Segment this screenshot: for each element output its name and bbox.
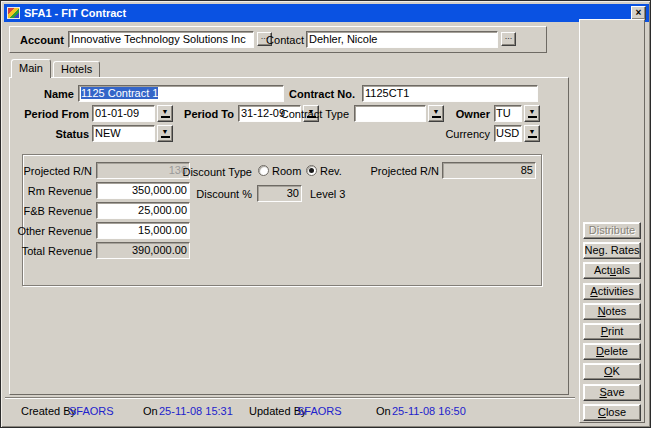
dropdown-icon: ▼ bbox=[528, 108, 537, 118]
name-label: Name bbox=[10, 88, 74, 101]
action-button-actuals[interactable]: Actuals bbox=[583, 262, 641, 279]
radio-room[interactable]: Room bbox=[258, 163, 301, 178]
updated-by-value: SFAORS bbox=[297, 405, 342, 418]
action-button-save[interactable]: Save bbox=[583, 384, 641, 401]
titlebar[interactable]: SFA1 - FIT Contract bbox=[4, 4, 649, 22]
close-icon: × bbox=[636, 7, 642, 18]
period-from-label: Period From bbox=[18, 108, 89, 121]
created-by-value: SFAORS bbox=[69, 405, 114, 418]
window-title: SFA1 - FIT Contract bbox=[24, 7, 126, 19]
created-on-label: On bbox=[143, 405, 158, 418]
currency-label: Currency bbox=[438, 128, 490, 141]
rm-revenue-label: Rm Revenue bbox=[16, 185, 92, 198]
total-revenue-field: 390,000.00 bbox=[96, 242, 190, 259]
dropdown-icon: ▼ bbox=[161, 128, 170, 138]
contact-input[interactable]: Dehler, Nicole bbox=[306, 31, 498, 48]
fb-revenue-label: F&B Revenue bbox=[16, 205, 92, 218]
action-button-ok[interactable]: OK bbox=[583, 363, 641, 380]
projected-rn2-label: Projected R/N bbox=[307, 165, 439, 178]
status-input[interactable]: NEW bbox=[92, 125, 155, 142]
contract-no-input[interactable]: 1125CT1 bbox=[362, 85, 538, 102]
currency-dropdown-button[interactable]: ▼ bbox=[524, 125, 540, 142]
contract-type-label: Contract Type bbox=[274, 108, 349, 121]
app-icon bbox=[7, 7, 20, 19]
account-label: Account bbox=[18, 34, 64, 47]
ellipsis-icon: ... bbox=[505, 31, 513, 41]
close-button[interactable]: × bbox=[631, 6, 646, 20]
fit-contract-window: SFA1 - FIT Contract × Account Innovative… bbox=[0, 0, 651, 428]
discount-pct-field: 30 bbox=[257, 185, 302, 202]
period-to-label: Period To bbox=[168, 108, 234, 121]
statusbar-divider bbox=[5, 397, 575, 399]
radio-room-label: Room bbox=[272, 165, 301, 177]
status-dropdown-button[interactable]: ▼ bbox=[157, 125, 173, 142]
updated-on-value: 25-11-08 16:50 bbox=[392, 405, 466, 418]
currency-input[interactable]: USD bbox=[494, 125, 522, 142]
other-revenue-label: Other Revenue bbox=[16, 225, 92, 238]
action-button-notes[interactable]: Notes bbox=[583, 303, 641, 320]
tab-main[interactable]: Main bbox=[11, 59, 51, 78]
other-revenue-input[interactable]: 15,000.00 bbox=[96, 222, 190, 239]
projected-rn-label: Projected R/N bbox=[16, 165, 92, 178]
level-label: Level 3 bbox=[310, 188, 370, 201]
discount-pct-label: Discount % bbox=[140, 188, 252, 201]
account-panel: Account Innovative Technology Solutions … bbox=[9, 26, 547, 53]
total-revenue-label: Total Revenue bbox=[16, 245, 92, 258]
action-button-neg-rates[interactable]: Neg. Rates bbox=[583, 242, 641, 259]
owner-label: Owner bbox=[438, 108, 490, 121]
projected-rn2-field: 85 bbox=[442, 162, 536, 179]
tab-content-main: Name 1125 Contract 1 Contract No. 1125CT… bbox=[9, 77, 569, 395]
created-by-label: Created By bbox=[21, 405, 76, 418]
period-from-input[interactable]: 01-01-09 bbox=[92, 105, 155, 122]
action-button-print[interactable]: Print bbox=[583, 323, 641, 340]
action-button-close[interactable]: Close bbox=[583, 404, 641, 421]
owner-input[interactable]: TU bbox=[494, 105, 522, 122]
contact-lookup-button[interactable]: ... bbox=[501, 32, 516, 46]
action-button-delete[interactable]: Delete bbox=[583, 343, 641, 360]
contact-label: Contact bbox=[266, 34, 304, 47]
action-button-distribute: Distribute bbox=[583, 222, 641, 239]
discount-type-label: Discount Type bbox=[140, 166, 252, 179]
status-label: Status bbox=[18, 128, 89, 141]
dropdown-icon: ▼ bbox=[528, 128, 537, 138]
account-input[interactable]: Innovative Technology Solutions Inc bbox=[68, 31, 254, 48]
tab-hotels[interactable]: Hotels bbox=[53, 61, 100, 78]
owner-dropdown-button[interactable]: ▼ bbox=[524, 105, 540, 122]
fb-revenue-input[interactable]: 25,000.00 bbox=[96, 202, 190, 219]
created-on-value: 25-11-08 15:31 bbox=[159, 405, 233, 418]
action-button-activities[interactable]: Activities bbox=[583, 283, 641, 300]
radio-icon bbox=[258, 165, 269, 176]
name-input[interactable]: 1125 Contract 1 bbox=[78, 85, 284, 102]
selected-text: 1125 Contract 1 bbox=[81, 87, 158, 99]
contract-type-input[interactable] bbox=[354, 105, 426, 122]
updated-on-label: On bbox=[376, 405, 391, 418]
contract-no-label: Contract No. bbox=[258, 88, 355, 101]
action-button-panel: DistributeNeg. RatesActualsActivitiesNot… bbox=[579, 19, 645, 423]
